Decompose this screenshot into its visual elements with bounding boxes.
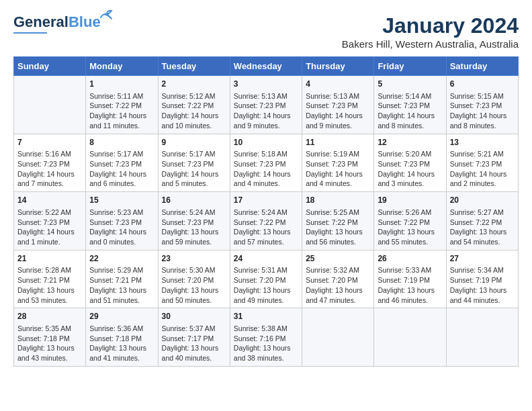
- day-content: Sunrise: 5:35 AM Sunset: 7:18 PM Dayligh…: [17, 324, 82, 363]
- page-header: GeneralBlue January 2024 Bakers Hill, We…: [13, 13, 519, 50]
- calendar-cell: 29Sunrise: 5:36 AM Sunset: 7:18 PM Dayli…: [86, 308, 158, 367]
- day-number: 22: [89, 253, 154, 265]
- day-content: Sunrise: 5:15 AM Sunset: 7:23 PM Dayligh…: [450, 91, 515, 131]
- header-thursday: Thursday: [302, 57, 374, 76]
- day-number: 13: [450, 137, 515, 148]
- day-content: Sunrise: 5:21 AM Sunset: 7:23 PM Dayligh…: [450, 149, 515, 189]
- day-content: Sunrise: 5:11 AM Sunset: 7:22 PM Dayligh…: [89, 91, 154, 131]
- day-content: Sunrise: 5:20 AM Sunset: 7:23 PM Dayligh…: [378, 149, 442, 189]
- calendar-cell: 23Sunrise: 5:30 AM Sunset: 7:20 PM Dayli…: [158, 250, 230, 308]
- calendar-cell: 24Sunrise: 5:31 AM Sunset: 7:20 PM Dayli…: [230, 250, 302, 308]
- day-number: 1: [89, 79, 154, 90]
- day-number: 17: [234, 195, 298, 206]
- calendar-cell: 6Sunrise: 5:15 AM Sunset: 7:23 PM Daylig…: [446, 76, 518, 134]
- calendar-week-row: 21Sunrise: 5:28 AM Sunset: 7:21 PM Dayli…: [14, 250, 519, 308]
- day-content: Sunrise: 5:18 AM Sunset: 7:23 PM Dayligh…: [234, 149, 298, 189]
- calendar-header-row: Sunday Monday Tuesday Wednesday Thursday…: [14, 57, 519, 76]
- day-number: 31: [234, 311, 298, 322]
- day-number: 2: [162, 79, 226, 90]
- calendar-cell: 25Sunrise: 5:32 AM Sunset: 7:20 PM Dayli…: [302, 250, 374, 308]
- day-number: 12: [378, 137, 442, 148]
- day-content: Sunrise: 5:16 AM Sunset: 7:23 PM Dayligh…: [17, 149, 82, 189]
- calendar-week-row: 28Sunrise: 5:35 AM Sunset: 7:18 PM Dayli…: [14, 308, 519, 367]
- day-content: Sunrise: 5:14 AM Sunset: 7:23 PM Dayligh…: [378, 91, 442, 131]
- day-content: Sunrise: 5:22 AM Sunset: 7:23 PM Dayligh…: [17, 208, 82, 247]
- calendar-cell: [446, 308, 518, 367]
- day-content: Sunrise: 5:27 AM Sunset: 7:22 PM Dayligh…: [450, 208, 515, 247]
- calendar-cell: 11Sunrise: 5:19 AM Sunset: 7:23 PM Dayli…: [302, 134, 374, 192]
- calendar-cell: 27Sunrise: 5:34 AM Sunset: 7:19 PM Dayli…: [446, 250, 518, 308]
- logo: GeneralBlue: [13, 13, 101, 34]
- calendar-cell: 5Sunrise: 5:14 AM Sunset: 7:23 PM Daylig…: [374, 76, 446, 134]
- day-content: Sunrise: 5:30 AM Sunset: 7:20 PM Dayligh…: [162, 265, 226, 305]
- day-content: Sunrise: 5:34 AM Sunset: 7:19 PM Dayligh…: [450, 265, 515, 305]
- calendar-cell: 21Sunrise: 5:28 AM Sunset: 7:21 PM Dayli…: [14, 250, 86, 308]
- calendar-cell: [14, 76, 86, 134]
- calendar-cell: 14Sunrise: 5:22 AM Sunset: 7:23 PM Dayli…: [14, 192, 86, 250]
- calendar-cell: 28Sunrise: 5:35 AM Sunset: 7:18 PM Dayli…: [14, 308, 86, 367]
- logo-blue: Blue: [69, 13, 101, 30]
- calendar-cell: 15Sunrise: 5:23 AM Sunset: 7:23 PM Dayli…: [86, 192, 158, 250]
- day-number: 30: [162, 311, 226, 322]
- day-content: Sunrise: 5:38 AM Sunset: 7:16 PM Dayligh…: [234, 324, 298, 363]
- day-content: Sunrise: 5:17 AM Sunset: 7:23 PM Dayligh…: [89, 149, 154, 189]
- day-content: Sunrise: 5:24 AM Sunset: 7:23 PM Dayligh…: [162, 208, 226, 247]
- day-number: 29: [89, 311, 154, 322]
- day-content: Sunrise: 5:19 AM Sunset: 7:23 PM Dayligh…: [306, 149, 370, 189]
- header-saturday: Saturday: [446, 57, 518, 76]
- day-number: 7: [17, 137, 82, 148]
- day-number: 15: [89, 195, 154, 206]
- calendar-cell: 12Sunrise: 5:20 AM Sunset: 7:23 PM Dayli…: [374, 134, 446, 192]
- title-block: January 2024 Bakers Hill, Western Austra…: [342, 13, 519, 50]
- day-content: Sunrise: 5:36 AM Sunset: 7:18 PM Dayligh…: [89, 324, 154, 363]
- calendar-cell: 17Sunrise: 5:24 AM Sunset: 7:22 PM Dayli…: [230, 192, 302, 250]
- day-number: 6: [450, 79, 515, 90]
- calendar-table: Sunday Monday Tuesday Wednesday Thursday…: [13, 56, 519, 367]
- day-content: Sunrise: 5:28 AM Sunset: 7:21 PM Dayligh…: [17, 265, 82, 305]
- calendar-cell: 2Sunrise: 5:12 AM Sunset: 7:22 PM Daylig…: [158, 76, 230, 134]
- day-number: 10: [234, 137, 298, 148]
- day-number: 20: [450, 195, 515, 206]
- day-number: 26: [378, 253, 442, 265]
- day-number: 21: [17, 253, 82, 265]
- calendar-cell: 16Sunrise: 5:24 AM Sunset: 7:23 PM Dayli…: [158, 192, 230, 250]
- day-number: 16: [162, 195, 226, 206]
- day-content: Sunrise: 5:33 AM Sunset: 7:19 PM Dayligh…: [378, 265, 442, 305]
- calendar-cell: 19Sunrise: 5:26 AM Sunset: 7:22 PM Dayli…: [374, 192, 446, 250]
- calendar-cell: 18Sunrise: 5:25 AM Sunset: 7:22 PM Dayli…: [302, 192, 374, 250]
- header-wednesday: Wednesday: [230, 57, 302, 76]
- day-content: Sunrise: 5:37 AM Sunset: 7:17 PM Dayligh…: [162, 324, 226, 363]
- calendar-cell: 3Sunrise: 5:13 AM Sunset: 7:23 PM Daylig…: [230, 76, 302, 134]
- calendar-cell: 7Sunrise: 5:16 AM Sunset: 7:23 PM Daylig…: [14, 134, 86, 192]
- day-number: 25: [306, 253, 370, 265]
- day-content: Sunrise: 5:23 AM Sunset: 7:23 PM Dayligh…: [89, 208, 154, 247]
- day-number: 9: [162, 137, 226, 148]
- calendar-cell: 20Sunrise: 5:27 AM Sunset: 7:22 PM Dayli…: [446, 192, 518, 250]
- header-monday: Monday: [86, 57, 158, 76]
- calendar-cell: 9Sunrise: 5:17 AM Sunset: 7:23 PM Daylig…: [158, 134, 230, 192]
- calendar-week-row: 14Sunrise: 5:22 AM Sunset: 7:23 PM Dayli…: [14, 192, 519, 250]
- calendar-cell: 22Sunrise: 5:29 AM Sunset: 7:21 PM Dayli…: [86, 250, 158, 308]
- day-content: Sunrise: 5:31 AM Sunset: 7:20 PM Dayligh…: [234, 265, 298, 305]
- day-content: Sunrise: 5:13 AM Sunset: 7:23 PM Dayligh…: [306, 91, 370, 131]
- day-content: Sunrise: 5:24 AM Sunset: 7:22 PM Dayligh…: [234, 208, 298, 247]
- calendar-cell: 10Sunrise: 5:18 AM Sunset: 7:23 PM Dayli…: [230, 134, 302, 192]
- calendar-week-row: 7Sunrise: 5:16 AM Sunset: 7:23 PM Daylig…: [14, 134, 519, 192]
- day-content: Sunrise: 5:29 AM Sunset: 7:21 PM Dayligh…: [89, 265, 154, 305]
- logo-bird-icon: [99, 8, 114, 20]
- day-number: 24: [234, 253, 298, 265]
- main-title: January 2024: [342, 13, 519, 38]
- calendar-cell: [302, 308, 374, 367]
- day-number: 5: [378, 79, 442, 90]
- day-number: 8: [89, 137, 154, 148]
- day-number: 23: [162, 253, 226, 265]
- calendar-cell: 1Sunrise: 5:11 AM Sunset: 7:22 PM Daylig…: [86, 76, 158, 134]
- calendar-cell: 8Sunrise: 5:17 AM Sunset: 7:23 PM Daylig…: [86, 134, 158, 192]
- day-number: 14: [17, 195, 82, 206]
- day-number: 4: [306, 79, 370, 90]
- logo-general: General: [13, 13, 69, 30]
- calendar-cell: [374, 308, 446, 367]
- calendar-week-row: 1Sunrise: 5:11 AM Sunset: 7:22 PM Daylig…: [14, 76, 519, 134]
- day-number: 19: [378, 195, 442, 206]
- day-content: Sunrise: 5:25 AM Sunset: 7:22 PM Dayligh…: [306, 208, 370, 247]
